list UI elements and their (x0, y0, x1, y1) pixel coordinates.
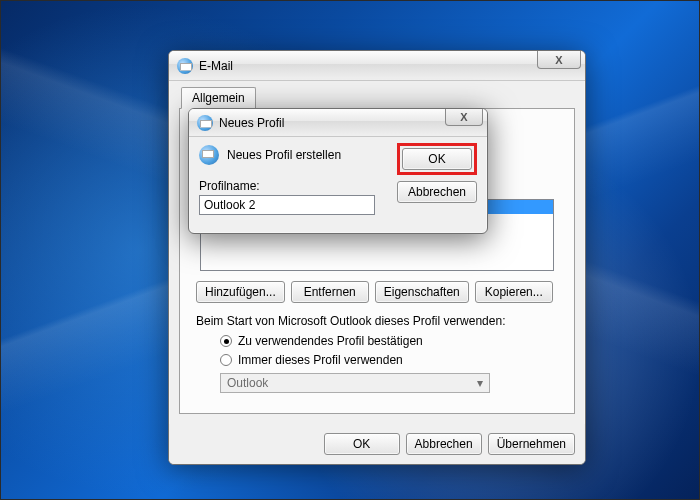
tab-allgemein[interactable]: Allgemein (181, 87, 256, 109)
default-profile-combobox: Outlook ▾ (220, 373, 490, 393)
mail-icon (177, 58, 193, 74)
email-cancel-button[interactable]: Abbrechen (406, 433, 482, 455)
startup-group-label: Beim Start von Microsoft Outlook dieses … (196, 314, 558, 328)
close-icon: X (555, 54, 562, 66)
email-ok-button[interactable]: OK (324, 433, 400, 455)
copy-profile-button[interactable]: Kopieren... (475, 281, 553, 303)
email-apply-button[interactable]: Übernehmen (488, 433, 575, 455)
radio-icon (220, 354, 232, 366)
tab-label: Allgemein (192, 91, 245, 105)
radio-confirm-profile[interactable]: Zu verwendendes Profil bestätigen (220, 334, 558, 348)
new-profile-close-button[interactable]: X (445, 108, 483, 126)
email-dialog-titlebar[interactable]: E-Mail X (169, 51, 585, 81)
startup-profile-group: Beim Start von Microsoft Outlook dieses … (196, 314, 558, 393)
remove-profile-button[interactable]: Entfernen (291, 281, 369, 303)
profilename-label: Profilname: (199, 179, 260, 193)
profilename-input[interactable] (199, 195, 375, 215)
properties-button[interactable]: Eigenschaften (375, 281, 469, 303)
radio-icon (220, 335, 232, 347)
new-profile-button-column: OK Abbrechen (397, 143, 477, 203)
mail-icon (199, 145, 219, 165)
add-profile-button[interactable]: Hinzufügen... (196, 281, 285, 303)
mail-icon (197, 115, 213, 131)
profile-button-row: Hinzufügen... Entfernen Eigenschaften Ko… (196, 281, 558, 303)
radio-label: Immer dieses Profil verwenden (238, 353, 403, 367)
new-profile-ok-button[interactable]: OK (402, 148, 472, 170)
email-dialog-close-button[interactable]: X (537, 51, 581, 69)
radio-label: Zu verwendendes Profil bestätigen (238, 334, 423, 348)
ok-highlight-box: OK (397, 143, 477, 175)
new-profile-body: Neues Profil erstellen OK Abbrechen Prof… (189, 137, 487, 233)
email-dialog-title: E-Mail (199, 59, 233, 73)
close-icon: X (460, 111, 467, 123)
new-profile-titlebar[interactable]: Neues Profil X (189, 109, 487, 137)
chevron-down-icon: ▾ (473, 376, 487, 390)
email-dialog-footer: OK Abbrechen Übernehmen (169, 424, 585, 464)
radio-always-profile[interactable]: Immer dieses Profil verwenden (220, 353, 558, 367)
new-profile-instruction: Neues Profil erstellen (227, 148, 341, 162)
new-profile-cancel-button[interactable]: Abbrechen (397, 181, 477, 203)
tab-strip: Allgemein (179, 87, 575, 109)
combo-value: Outlook (227, 376, 268, 390)
new-profile-dialog: Neues Profil X Neues Profil erstellen OK… (188, 108, 488, 234)
new-profile-title: Neues Profil (219, 116, 284, 130)
